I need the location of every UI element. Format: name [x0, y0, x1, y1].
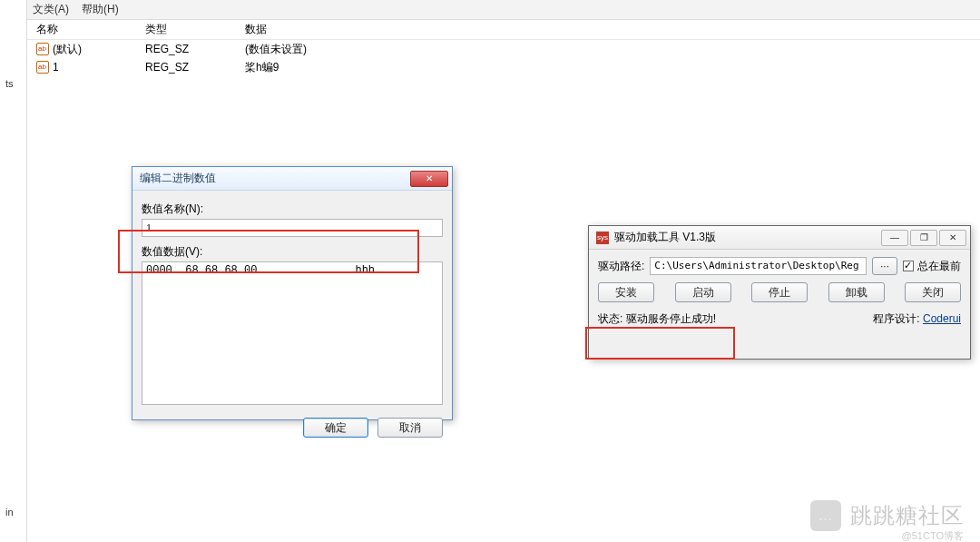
close-button[interactable]: 关闭 — [905, 282, 961, 302]
credit-label: 程序设计: — [873, 312, 919, 325]
watermark-sub: @51CTO博客 — [902, 529, 964, 542]
left-gutter: ts in — [0, 0, 27, 542]
wechat-icon: … — [810, 500, 841, 531]
dialog-titlebar[interactable]: sys 驱动加载工具 V1.3版 — ❐ ✕ — [589, 226, 970, 250]
cell-type: REG_SZ — [136, 43, 236, 55]
cell-data: (数值未设置) — [236, 42, 980, 57]
side-label-ts: ts — [5, 78, 14, 89]
menu-category[interactable]: 文类(A) — [33, 2, 69, 17]
cell-data: 桨h蝙9 — [236, 60, 980, 75]
col-header-name[interactable]: 名称 — [27, 22, 136, 37]
driver-path-label: 驱动路径: — [598, 259, 644, 274]
install-button[interactable]: 安装 — [598, 282, 654, 302]
value-data-label: 数值数据(V): — [142, 244, 443, 260]
table-row[interactable]: (默认) REG_SZ (数值未设置) — [27, 40, 980, 58]
driver-loader-dialog: sys 驱动加载工具 V1.3版 — ❐ ✕ 驱动路径: C:\Users\Ad… — [588, 225, 971, 360]
close-icon[interactable]: ✕ — [939, 230, 966, 246]
cell-name: 1 — [53, 61, 59, 74]
value-name-input[interactable]: 1 — [142, 219, 443, 237]
minimize-icon[interactable]: — — [881, 230, 908, 246]
table-row[interactable]: 1 REG_SZ 桨h蝙9 — [27, 58, 980, 76]
menu-bar: 文类(A) 帮助(H) — [27, 0, 980, 20]
restore-icon[interactable]: ❐ — [910, 230, 937, 246]
side-label-in: in — [5, 507, 14, 517]
checkbox-icon — [903, 261, 914, 271]
reg-sz-icon — [36, 61, 49, 74]
status-label: 状态: 驱动服务停止成功! — [598, 311, 716, 327]
registry-list-header: 名称 类型 数据 — [27, 20, 980, 40]
dialog-titlebar[interactable]: 编辑二进制数值 ✕ — [132, 167, 452, 191]
cell-type: REG_SZ — [136, 61, 236, 74]
unload-button[interactable]: 卸载 — [828, 282, 885, 302]
browse-button[interactable]: ··· — [872, 257, 897, 275]
stop-button[interactable]: 停止 — [751, 282, 808, 302]
driver-path-input[interactable]: C:\Users\Administrator\Desktop\Reg — [650, 257, 867, 275]
cell-name: (默认) — [53, 43, 82, 55]
menu-help[interactable]: 帮助(H) — [82, 2, 119, 17]
start-button[interactable]: 启动 — [675, 282, 731, 302]
always-on-top-checkbox[interactable]: 总在最前 — [903, 259, 961, 274]
col-header-data[interactable]: 数据 — [236, 22, 980, 37]
watermark: … 跳跳糖社区 — [810, 500, 964, 531]
col-header-type[interactable]: 类型 — [136, 22, 236, 37]
cancel-button[interactable]: 取消 — [377, 418, 443, 438]
watermark-text: 跳跳糖社区 — [850, 501, 964, 530]
dialog-title: 驱动加载工具 V1.3版 — [614, 230, 716, 245]
ok-button[interactable]: 确定 — [303, 418, 368, 438]
dialog-title: 编辑二进制数值 — [140, 171, 216, 186]
close-icon[interactable]: ✕ — [410, 171, 448, 187]
value-name-label: 数值名称(N): — [142, 202, 443, 217]
credit-link[interactable]: Coderui — [923, 312, 961, 325]
always-on-top-label: 总在最前 — [917, 259, 961, 274]
sys-icon: sys — [596, 232, 609, 244]
hex-editor[interactable]: 0000 68 68 68 00 hhh. — [142, 261, 443, 405]
edit-binary-dialog: 编辑二进制数值 ✕ 数值名称(N): 1 数值数据(V): 0000 68 68… — [132, 166, 453, 420]
reg-sz-icon — [36, 43, 49, 55]
registry-list: (默认) REG_SZ (数值未设置) 1 REG_SZ 桨h蝙9 — [27, 40, 980, 76]
